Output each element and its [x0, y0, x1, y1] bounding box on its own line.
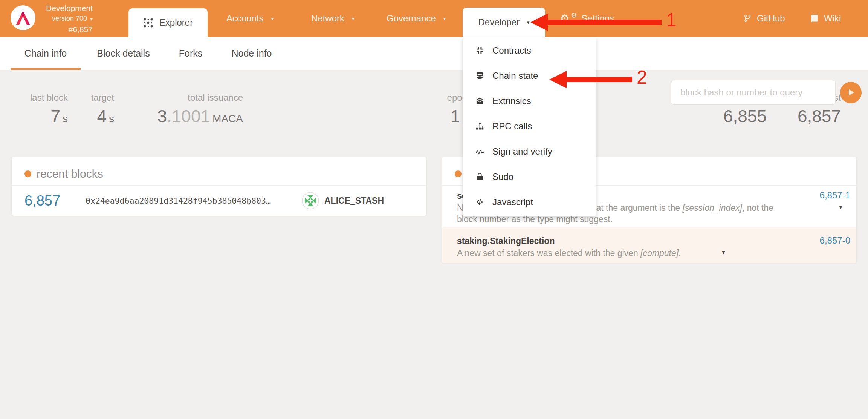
code-icon — [475, 198, 484, 206]
chevron-down-icon: ▾ — [527, 20, 530, 25]
chevron-down-icon: ▾ — [352, 16, 355, 21]
code-branch-icon — [743, 14, 752, 23]
chain-info-block[interactable]: Development version 700▾ #6,857 — [33, 3, 93, 34]
nav-label-accounts: Accounts — [226, 13, 264, 24]
compress-icon — [475, 46, 484, 55]
expand-chevron-icon[interactable]: ▼ — [838, 204, 844, 210]
tab-node-info[interactable]: Node info — [222, 37, 281, 70]
event-index-link[interactable]: 6,857-1 — [820, 190, 850, 201]
recent-blocks-panel: recent blocks 6,857 0x24ea9d6aa20891d314… — [11, 157, 427, 216]
annotation-arrow-1-shaft — [546, 20, 662, 25]
identicon[interactable] — [302, 192, 319, 209]
recent-blocks-title: recent blocks — [12, 157, 426, 180]
gear-icon: ⚙ — [571, 11, 577, 20]
author-name: ALICE_STASH — [324, 196, 384, 206]
chevron-down-icon: ▾ — [443, 16, 446, 21]
bullet-icon — [24, 170, 31, 177]
query-submit-button[interactable] — [840, 82, 862, 103]
block-number-link[interactable]: 6,857 — [24, 193, 74, 209]
unlock-icon — [475, 172, 484, 181]
menu-item-chain-state[interactable]: Chain state — [463, 63, 596, 88]
block-author: ALICE_STASH — [302, 192, 384, 209]
menu-item-contracts[interactable]: Contracts — [463, 38, 596, 63]
nav-item-accounts[interactable]: Accounts ▾ — [226, 0, 274, 37]
bullet-icon — [455, 170, 462, 177]
event-description: A new set of stakers was elected with th… — [457, 248, 681, 258]
nav-item-network[interactable]: Network ▾ — [311, 0, 355, 37]
block-query-group — [671, 80, 862, 105]
nav-item-wiki[interactable]: Wiki — [810, 0, 841, 37]
network-logo[interactable] — [11, 5, 35, 30]
chain-name: Development — [33, 3, 93, 14]
chevron-down-icon: ▾ — [271, 16, 274, 21]
nav-label-governance: Governance — [387, 13, 436, 24]
nav-label-network: Network — [311, 13, 344, 24]
chain-version: version 700▾ — [33, 14, 93, 24]
nav-label-wiki: Wiki — [824, 13, 841, 24]
annotation-arrow-2-shaft — [565, 77, 632, 82]
nav-label-explorer: Explorer — [159, 17, 193, 28]
expand-chevron-icon[interactable]: ▼ — [721, 249, 726, 255]
block-row: 6,857 0x24ea9d6aa20891d31428f945b385048b… — [12, 185, 426, 216]
chain-best-block: #6,857 — [33, 24, 93, 34]
chevron-down-icon: ▾ — [90, 17, 93, 22]
stat-target: target 4s — [76, 92, 114, 126]
menu-item-rpc-calls[interactable]: RPC calls — [463, 114, 596, 139]
sitemap-icon — [475, 122, 484, 130]
top-navbar: Development version 700▾ #6,857 Explorer… — [0, 0, 868, 37]
nav-item-governance[interactable]: Governance ▾ — [387, 0, 446, 37]
stat-epoch: epoch 1hr — [404, 92, 472, 126]
block-query-input[interactable] — [671, 80, 836, 105]
block-hash: 0x24ea9d6aa20891d31428f945b385048b803… — [86, 196, 271, 206]
acala-logo-icon — [14, 9, 32, 26]
tab-forks[interactable]: Forks — [170, 37, 211, 70]
play-icon — [847, 88, 856, 97]
inbox-icon — [475, 97, 484, 105]
tab-block-details[interactable]: Block details — [87, 37, 159, 70]
book-icon — [810, 14, 819, 23]
event-name: staking.StakingElection — [457, 236, 555, 246]
signature-icon — [475, 147, 484, 156]
stat-last-block: last block 7s — [8, 92, 68, 126]
tab-chain-info[interactable]: Chain info — [11, 37, 81, 70]
nav-label-github: GitHub — [757, 13, 785, 24]
nav-label-developer: Developer — [478, 17, 520, 28]
event-row-highlighted: staking.StakingElection 6,857-0 A new se… — [442, 227, 856, 264]
annotation-label-1: 1 — [666, 9, 677, 31]
stat-total-issuance: total issuance 3.1001MACA — [130, 92, 243, 126]
menu-item-javascript[interactable]: Javascript — [463, 189, 596, 215]
nav-item-github[interactable]: GitHub — [743, 0, 785, 37]
developer-dropdown-menu: Contracts Chain state Extrinsics RPC c — [463, 37, 596, 216]
nav-item-explorer[interactable]: Explorer — [128, 8, 208, 37]
menu-item-sudo[interactable]: Sudo — [463, 164, 596, 189]
grid-dots-icon — [143, 18, 153, 28]
nav-item-settings[interactable]: ⚙ ⚙ Settings — [560, 0, 614, 37]
annotation-label-2: 2 — [637, 66, 647, 88]
menu-item-extrinsics[interactable]: Extrinsics — [463, 88, 596, 114]
menu-item-sign-and-verify[interactable]: Sign and verify — [463, 139, 596, 164]
database-icon — [475, 71, 484, 80]
event-index-link[interactable]: 6,857-0 — [820, 235, 850, 246]
explorer-tab-bar: Chain info Block details Forks Node info — [0, 37, 868, 70]
annotation-arrow-1-head — [530, 14, 548, 31]
annotation-arrow-2-head — [549, 71, 567, 88]
